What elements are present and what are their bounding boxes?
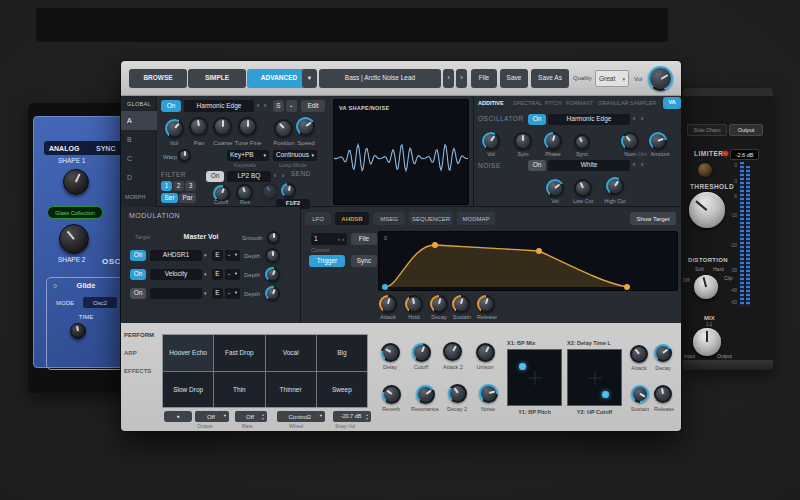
show-target-button[interactable]: Show Target bbox=[630, 212, 676, 225]
edit-button[interactable]: Edit bbox=[301, 100, 325, 112]
env-tab-ahdsr[interactable]: AHDSR bbox=[335, 212, 369, 225]
env-sync-button[interactable]: Sync bbox=[351, 255, 377, 267]
source-pan-knob[interactable] bbox=[189, 117, 208, 136]
macro-attack2-knob[interactable] bbox=[443, 342, 462, 361]
xy1-handle[interactable] bbox=[519, 363, 526, 370]
noise-vol-knob[interactable] bbox=[546, 179, 564, 197]
macro-resonance-knob[interactable] bbox=[416, 385, 435, 404]
save-as-button[interactable]: Save As bbox=[531, 69, 569, 88]
env-tab-mseg[interactable]: MSEG bbox=[373, 212, 405, 225]
sidebar-item-morph[interactable]: MORPH bbox=[121, 187, 157, 207]
mod-row3-chevron[interactable]: ▾ bbox=[204, 291, 207, 296]
source-prev-icon[interactable]: ‹ bbox=[257, 103, 259, 110]
tab-sync[interactable]: SYNC bbox=[96, 145, 115, 153]
osc-num-knob[interactable] bbox=[621, 132, 639, 150]
noise-highcut-knob[interactable] bbox=[606, 177, 624, 195]
noise-type-field[interactable]: White bbox=[548, 160, 630, 171]
macro-delay-knob[interactable] bbox=[381, 343, 400, 362]
preset-next-button[interactable]: › bbox=[456, 69, 467, 88]
filter-slot-1[interactable]: 1 bbox=[161, 181, 172, 191]
mod-row1-curve[interactable]: -▾ bbox=[225, 250, 240, 261]
sidebar-item-b[interactable]: B bbox=[121, 130, 157, 149]
pad-thinner[interactable]: Thinner bbox=[266, 372, 316, 408]
tab-analog[interactable]: ANALOG bbox=[49, 145, 79, 153]
env-file-button[interactable]: File bbox=[351, 233, 377, 245]
preset-display[interactable]: Bass | Arctic Noise Lead bbox=[319, 69, 441, 88]
tab-browse[interactable]: BROWSE bbox=[129, 69, 187, 88]
source-vol-knob[interactable] bbox=[165, 119, 184, 138]
pad-sweep[interactable]: Sweep bbox=[317, 372, 367, 408]
master-vol-knob[interactable] bbox=[648, 66, 673, 91]
tab-granular[interactable]: GRANULAR bbox=[598, 100, 629, 106]
mod-row1-source[interactable]: AHDSR1 bbox=[150, 250, 202, 261]
mod-row2-chevron[interactable]: ▾ bbox=[204, 272, 207, 277]
mod-row3-depth-knob[interactable] bbox=[265, 286, 280, 301]
mod-smooth-knob[interactable] bbox=[267, 231, 280, 244]
source-on-toggle[interactable]: On bbox=[161, 100, 181, 112]
env-sustain-knob[interactable] bbox=[452, 295, 470, 313]
pad-vocal[interactable]: Vocal bbox=[266, 335, 316, 371]
env-decay-knob[interactable] bbox=[430, 295, 448, 313]
source-finetune-knob[interactable] bbox=[238, 117, 257, 136]
filter-type-field[interactable]: LP2 BQ bbox=[227, 171, 271, 182]
mod-row3-curve[interactable]: -▾ bbox=[225, 288, 240, 299]
output-tab[interactable]: Output bbox=[729, 124, 763, 136]
pad-hoover-echo[interactable]: Hoover Echo bbox=[163, 335, 213, 371]
noise-on-toggle[interactable]: On bbox=[528, 160, 546, 171]
quality-select[interactable]: Great ▾ bbox=[595, 70, 629, 87]
engage-button[interactable] bbox=[697, 162, 713, 178]
snap-vol-stepper[interactable]: -20.7 dB ▴▾ bbox=[333, 411, 371, 422]
filter-on-toggle[interactable]: On bbox=[206, 171, 224, 182]
filter-next-icon[interactable]: › bbox=[282, 173, 284, 180]
source-name-field[interactable]: Harmonic Edge bbox=[184, 100, 254, 112]
source-speed-knob[interactable] bbox=[296, 117, 315, 136]
sidebar-item-a[interactable]: A bbox=[121, 111, 157, 130]
mod-row3-source[interactable] bbox=[150, 288, 202, 299]
loopmode-select[interactable]: Continuous ▾ bbox=[273, 150, 317, 161]
tab-additive[interactable]: ADDITIVE bbox=[478, 100, 504, 106]
perf-sustain-knob[interactable] bbox=[631, 385, 649, 403]
solo-button[interactable]: S bbox=[273, 100, 284, 112]
mod-target-value[interactable]: Master Vol bbox=[166, 233, 236, 241]
noise-lowcut-knob[interactable] bbox=[574, 179, 592, 197]
filter-slot-3[interactable]: 3 bbox=[185, 181, 196, 191]
send-knob[interactable] bbox=[281, 183, 296, 198]
osc-sym-knob[interactable] bbox=[514, 132, 532, 150]
env-hold-knob[interactable] bbox=[405, 295, 423, 313]
tab-sampler[interactable]: SAMPLER bbox=[630, 100, 656, 106]
mix-knob[interactable] bbox=[693, 328, 721, 356]
tab-formant[interactable]: FORMANT bbox=[566, 100, 593, 106]
xy-pad-2[interactable] bbox=[567, 349, 622, 406]
tab-spectral[interactable]: SPECTRAL bbox=[513, 100, 542, 106]
osc-sync-knob[interactable] bbox=[574, 134, 590, 150]
noise-next-icon[interactable]: › bbox=[641, 162, 643, 169]
oscillator-type-field[interactable]: Harmonic Edge bbox=[548, 114, 630, 125]
osc-prev-icon[interactable]: ‹ bbox=[633, 116, 635, 123]
pad-big[interactable]: Big bbox=[317, 335, 367, 371]
osc-phase-knob[interactable] bbox=[544, 132, 562, 150]
env-attack-knob[interactable] bbox=[379, 295, 397, 313]
env-trigger-button[interactable]: Trigger bbox=[309, 255, 345, 267]
macro-unison-knob[interactable] bbox=[476, 343, 495, 362]
preset-menu-button[interactable]: ▾ bbox=[302, 69, 317, 88]
sidebar-item-effects[interactable]: EFFECTS bbox=[124, 368, 151, 375]
env-release-knob[interactable] bbox=[477, 295, 495, 313]
source-coarse-knob[interactable] bbox=[213, 117, 232, 136]
mod-row2-depth-knob[interactable] bbox=[265, 267, 280, 282]
chevron-left-icon[interactable]: ‹ bbox=[338, 236, 340, 242]
osc-next-icon[interactable]: › bbox=[641, 116, 643, 123]
sidechain-tab[interactable]: Side Chain bbox=[687, 124, 727, 136]
source-next-icon[interactable]: › bbox=[264, 103, 266, 110]
save-button[interactable]: Save bbox=[500, 69, 528, 88]
mod-row2-curve[interactable]: -▾ bbox=[225, 269, 240, 280]
filter-prev-icon[interactable]: ‹ bbox=[274, 173, 276, 180]
distortion-knob[interactable] bbox=[694, 275, 718, 299]
tab-simple[interactable]: SIMPLE bbox=[188, 69, 246, 88]
shape1-knob[interactable] bbox=[63, 169, 89, 195]
xy-pad-1[interactable] bbox=[507, 349, 562, 406]
osc-vol-knob[interactable] bbox=[482, 132, 500, 150]
oscillator-on-toggle[interactable]: On bbox=[528, 114, 546, 125]
threshold-knob[interactable] bbox=[689, 192, 725, 228]
pad-thin[interactable]: Thin bbox=[214, 372, 264, 408]
shape2-knob[interactable] bbox=[59, 224, 89, 254]
